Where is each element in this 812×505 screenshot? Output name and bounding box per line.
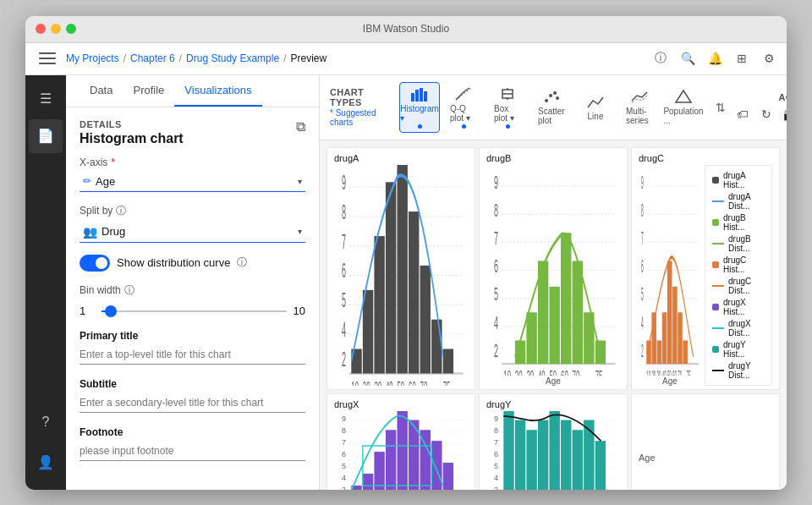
svg-text:50: 50 <box>397 377 404 386</box>
legend-drugX-hist: drugX Hist... <box>712 298 765 316</box>
sidebar-icon-user[interactable]: 👤 <box>29 446 63 480</box>
legend-drugY-dist: drugY Dist... <box>712 361 765 380</box>
panel-content: DETAILS Histogram chart ⧉ X-axis * <box>66 107 319 490</box>
svg-text:40: 40 <box>538 368 546 376</box>
download-image-icon[interactable]: 📷 <box>782 106 787 123</box>
svg-rect-126 <box>397 411 407 490</box>
actions-label: ACTIONS <box>778 92 787 102</box>
bin-width-max: 10 <box>294 305 305 317</box>
qq-icon <box>454 86 473 104</box>
chart-drugB-title: drugB <box>486 153 620 163</box>
svg-text:30: 30 <box>657 367 661 376</box>
settings-icon[interactable]: ⚙ <box>761 51 776 66</box>
menu-button[interactable] <box>36 47 59 70</box>
distribution-toggle[interactable] <box>80 255 110 272</box>
svg-rect-157 <box>526 430 536 490</box>
info-icon[interactable]: ⓘ <box>653 51 668 66</box>
chart-type-population[interactable]: Population ... <box>663 85 704 129</box>
split-by-select[interactable]: 👥 Drug ▾ <box>80 222 305 243</box>
svg-rect-64 <box>561 233 571 364</box>
chart-type-line[interactable]: Line <box>575 91 616 124</box>
chart-bottom-right: Age <box>631 393 780 490</box>
x-axis-select[interactable]: ✏ Age ▾ <box>80 172 305 192</box>
svg-rect-95 <box>672 286 678 363</box>
grid-icon[interactable]: ⊞ <box>734 51 749 66</box>
chart-types-label: CHART TYPES <box>330 87 389 107</box>
chart-type-box[interactable]: Box plot ▾ <box>487 83 528 132</box>
svg-rect-63 <box>549 286 559 363</box>
breadcrumb-chapter[interactable]: Chapter 6 <box>130 52 175 64</box>
svg-point-9 <box>545 99 548 102</box>
sidebar-icon-menu[interactable]: ☰ <box>29 82 63 116</box>
search-icon[interactable]: 🔍 <box>680 51 695 66</box>
breadcrumb-projects[interactable]: My Projects <box>66 52 119 64</box>
tab-visualizations[interactable]: Visualizations <box>174 75 261 107</box>
bin-width-label: Bin width ⓘ <box>80 283 305 298</box>
svg-text:4: 4 <box>342 318 346 340</box>
split-by-chevron: ▾ <box>298 227 302 236</box>
breadcrumb-study[interactable]: Drug Study Example <box>186 52 279 64</box>
qq-label: Q-Q plot ▾ <box>450 104 477 123</box>
svg-rect-93 <box>662 312 667 364</box>
tag-icon[interactable]: 🏷 <box>734 106 751 123</box>
qq-dot <box>462 124 466 129</box>
primary-title-input[interactable] <box>80 345 305 365</box>
chart-type-multiseries[interactable]: Multi-series <box>619 85 660 129</box>
multiseries-label: Multi-series <box>626 107 653 125</box>
refresh-icon[interactable]: ↻ <box>758 106 775 123</box>
svg-text:6: 6 <box>342 449 346 458</box>
svg-rect-96 <box>678 312 683 364</box>
legend-panel: drugA Hist... drugA Dist... drugB Hist..… <box>705 165 772 386</box>
chart-drugY-area: 9 8 7 6 5 4 2 0 <box>486 411 620 490</box>
svg-point-11 <box>553 91 557 95</box>
chart-type-scatter[interactable]: Scatter plot <box>531 85 572 129</box>
svg-rect-158 <box>538 420 548 489</box>
footnote-input[interactable] <box>80 442 305 461</box>
sidebar-icon-help[interactable]: ? <box>29 405 63 439</box>
tab-data[interactable]: Data <box>80 75 123 107</box>
svg-text:50: 50 <box>549 368 557 376</box>
histogram-dot <box>418 124 422 129</box>
svg-text:10: 10 <box>503 368 511 376</box>
sidebar-icon-file[interactable]: 📄 <box>29 119 63 153</box>
svg-rect-125 <box>386 430 396 490</box>
nav-icons: ⓘ 🔍 🔔 ⊞ ⚙ <box>653 51 776 66</box>
svg-text:10: 10 <box>646 367 650 376</box>
expand-details-icon[interactable]: ⧉ <box>296 119 305 134</box>
histogram-icon <box>410 86 429 104</box>
titlebar: IBM Watson Studio <box>25 16 787 43</box>
notification-icon[interactable]: 🔔 <box>707 51 722 66</box>
legend-drugC-dist: drugC Dist... <box>712 277 765 295</box>
chart-type-qq[interactable]: Q-Q plot ▾ <box>443 83 484 132</box>
svg-rect-159 <box>549 411 559 490</box>
expand-chart-types-icon[interactable]: ⇅ <box>710 99 731 116</box>
svg-text:30: 30 <box>526 368 534 376</box>
svg-text:9: 9 <box>342 414 346 422</box>
x-axis-field: X-axis * ✏ Age ▾ <box>80 156 305 192</box>
chart-drugC-area: 9 8 7 6 5 4 2 <box>639 165 701 376</box>
svg-rect-155 <box>503 411 513 490</box>
svg-rect-32 <box>397 165 407 374</box>
scatter-icon <box>542 89 561 107</box>
svg-text:7: 7 <box>342 437 346 446</box>
population-label: Population ... <box>663 107 703 125</box>
chart-type-histogram[interactable]: Histogram ▾ <box>399 82 440 133</box>
chart-drugB-xlabel: Age <box>486 376 620 386</box>
svg-text:6: 6 <box>641 255 644 276</box>
tab-profile[interactable]: Profile <box>123 75 174 107</box>
svg-rect-160 <box>561 420 571 489</box>
toggle-info-icon: ⓘ <box>237 255 247 270</box>
maximize-button[interactable] <box>66 24 76 34</box>
svg-text:60: 60 <box>409 377 416 386</box>
svg-text:8: 8 <box>342 200 346 222</box>
details-label: DETAILS <box>80 119 184 129</box>
svg-text:70: 70 <box>678 367 682 376</box>
chart-drugA-title: drugA <box>334 153 468 163</box>
svg-rect-61 <box>526 312 536 364</box>
bin-width-slider[interactable] <box>102 305 287 318</box>
subtitle-input[interactable] <box>80 393 305 413</box>
bin-width-info-icon: ⓘ <box>124 283 134 298</box>
chart-title: Histogram chart <box>80 131 184 146</box>
minimize-button[interactable] <box>51 24 61 34</box>
close-button[interactable] <box>36 24 46 34</box>
